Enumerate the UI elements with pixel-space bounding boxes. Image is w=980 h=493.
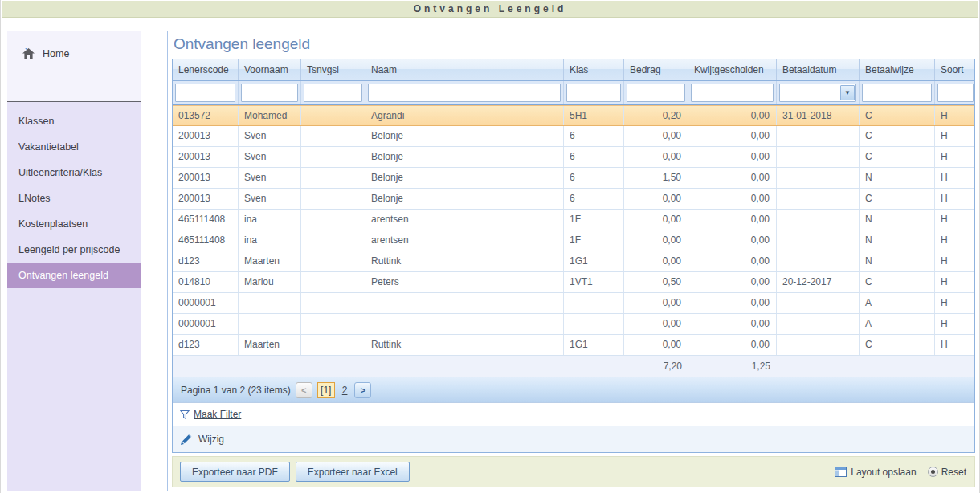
column-header-bedrag[interactable]: Bedrag <box>624 59 688 80</box>
filter-soort-input[interactable] <box>937 84 974 102</box>
sidebar-item-lnotes[interactable]: LNotes <box>7 185 141 211</box>
cell-klas: 6 <box>564 147 624 167</box>
column-header-klas[interactable]: Klas <box>564 59 624 80</box>
cell-tsnvgsl <box>301 210 365 230</box>
cell-soort: H <box>935 293 976 313</box>
table-row[interactable]: d123MaartenRuttink1G10,000,00NH <box>173 251 974 272</box>
cell-lenerscode: 465111408 <box>173 230 239 251</box>
cell-betaaldatum <box>777 230 860 251</box>
window-title: Ontvangen Leengeld <box>414 3 567 14</box>
cell-klas: 6 <box>564 189 624 209</box>
cell-soort: H <box>935 251 976 271</box>
filter-bedrag-input[interactable] <box>627 84 685 102</box>
cell-betaalwijze: C <box>860 106 935 125</box>
table-row[interactable]: d123MaartenRuttink1G10,000,00CH <box>173 335 974 356</box>
summary-cell-lenerscode <box>173 356 239 377</box>
filter-betaaldatum-combo[interactable]: ▼ <box>779 84 856 102</box>
filter-naam-input[interactable] <box>368 84 561 102</box>
filter-cell-naam <box>365 81 564 104</box>
table-row[interactable]: 00000010,000,00AH <box>173 314 974 335</box>
grid-body: 013572MohamedAgrandi5H10,200,0031-01-201… <box>173 105 974 356</box>
filter-betaalwijze-input[interactable] <box>862 84 932 102</box>
table-row[interactable]: 200013SvenBelonje61,500,00NH <box>173 168 974 189</box>
sidebar-item-ontvangen-leengeld[interactable]: Ontvangen leengeld <box>7 263 141 288</box>
filter-cell-bedrag <box>624 81 688 104</box>
cell-voornaam: Maarten <box>239 251 301 271</box>
filter-tsnvgsl-input[interactable] <box>304 84 362 102</box>
pager-next-button[interactable]: > <box>354 382 371 398</box>
column-header-betaalwijze[interactable]: Betaalwijze <box>860 59 935 80</box>
cell-naam: Ruttink <box>365 335 564 355</box>
sidebar-item-label: Home <box>43 48 69 59</box>
summary-cell-betaalwijze <box>860 356 935 377</box>
filter-kwijtgescholden-input[interactable] <box>691 84 774 102</box>
filter-voornaam-input[interactable] <box>241 84 298 102</box>
pager-status: Pagina 1 van 2 (23 items) <box>181 385 291 396</box>
cell-betaalwijze: C <box>860 147 935 167</box>
table-row[interactable]: 200013SvenBelonje60,000,00CH <box>173 147 974 168</box>
layout-save-control[interactable]: Layout opslaan <box>835 467 916 478</box>
cell-soort: H <box>935 126 976 146</box>
reset-control[interactable]: Reset <box>928 467 966 478</box>
home-icon <box>22 47 35 60</box>
filter-lenerscode-input[interactable] <box>175 84 235 102</box>
table-row[interactable]: 465111408inaarentsen1F0,000,00NH <box>173 230 974 251</box>
table-row[interactable]: 014810MarlouPeters1VT10,500,0020-12-2017… <box>173 272 974 293</box>
sidebar-item-home[interactable]: Home <box>7 42 141 66</box>
cell-lenerscode: 200013 <box>173 147 239 167</box>
cell-klas: 6 <box>564 126 624 146</box>
column-header-tsnvgsl[interactable]: Tsnvgsl <box>301 59 365 80</box>
cell-betaaldatum: 31-01-2018 <box>777 106 860 125</box>
sidebar-item-kostenplaatsen[interactable]: Kostenplaatsen <box>7 211 141 237</box>
edit-row[interactable]: Wijzig <box>173 426 974 452</box>
cell-tsnvgsl <box>301 314 365 334</box>
chevron-right-icon: > <box>361 385 365 395</box>
sidebar-item-uitleencriteria-klas[interactable]: Uitleencriteria/Klas <box>7 160 141 185</box>
filter-builder-row: Maak Filter <box>173 403 974 426</box>
cell-naam <box>365 293 564 313</box>
export-pdf-button[interactable]: Exporteer naar PDF <box>180 462 290 482</box>
pager-page-2[interactable]: 2 <box>340 385 350 396</box>
filter-cell-kwijtgescholden <box>688 81 777 104</box>
sidebar-item-klassen[interactable]: Klassen <box>7 108 141 134</box>
table-row[interactable]: 200013SvenBelonje60,000,00CH <box>173 126 974 147</box>
cell-betaaldatum <box>777 126 860 146</box>
pager-prev-button[interactable]: < <box>296 382 312 398</box>
filter-cell-voornaam <box>239 81 301 104</box>
export-excel-button[interactable]: Exporteer naar Excel <box>296 462 410 482</box>
table-row[interactable]: 00000010,000,00AH <box>173 293 974 314</box>
cell-naam: Ruttink <box>365 251 564 271</box>
cell-voornaam <box>239 314 301 334</box>
funnel-icon <box>180 409 190 420</box>
column-header-voornaam[interactable]: Voornaam <box>239 59 301 80</box>
summary-cell-kwijtgescholden: 1,25 <box>688 356 777 377</box>
cell-naam: Belonje <box>365 147 564 167</box>
filter-date-dropdown-button[interactable]: ▼ <box>840 85 855 100</box>
cell-tsnvgsl <box>301 251 365 271</box>
sidebar-divider <box>7 80 141 102</box>
sidebar-home-section: Home <box>7 31 141 80</box>
column-header-soort[interactable]: Soort <box>935 59 976 80</box>
cell-naam: arentsen <box>365 210 564 230</box>
cell-tsnvgsl <box>301 189 365 209</box>
cell-voornaam: Sven <box>239 168 301 188</box>
column-header-betaaldatum[interactable]: Betaaldatum <box>777 59 860 80</box>
column-header-kwijtgescholden[interactable]: Kwijtgescholden <box>688 59 777 80</box>
filter-klas-input[interactable] <box>566 84 621 102</box>
cell-lenerscode: 200013 <box>173 168 239 188</box>
cell-klas: 6 <box>564 168 624 188</box>
cell-betaaldatum <box>777 335 860 355</box>
column-header-lenerscode[interactable]: Lenerscode <box>173 59 239 80</box>
table-row[interactable]: 465111408inaarentsen1F0,000,00NH <box>173 210 974 230</box>
sidebar-item-leengeld-per-prijscode[interactable]: Leengeld per prijscode <box>7 237 141 263</box>
pencil-icon <box>180 434 193 446</box>
cell-soort: H <box>935 210 976 230</box>
create-filter-link[interactable]: Maak Filter <box>194 409 241 420</box>
sidebar-item-vakantietabel[interactable]: Vakantietabel <box>7 134 141 160</box>
edit-link-label: Wijzig <box>198 434 224 445</box>
pager-page-1[interactable]: [1] <box>317 382 335 398</box>
table-row[interactable]: 200013SvenBelonje60,000,00CH <box>173 189 974 210</box>
cell-kwijtgescholden: 0,00 <box>688 168 777 188</box>
column-header-naam[interactable]: Naam <box>365 59 564 80</box>
table-row-selected[interactable]: 013572MohamedAgrandi5H10,200,0031-01-201… <box>173 105 974 126</box>
